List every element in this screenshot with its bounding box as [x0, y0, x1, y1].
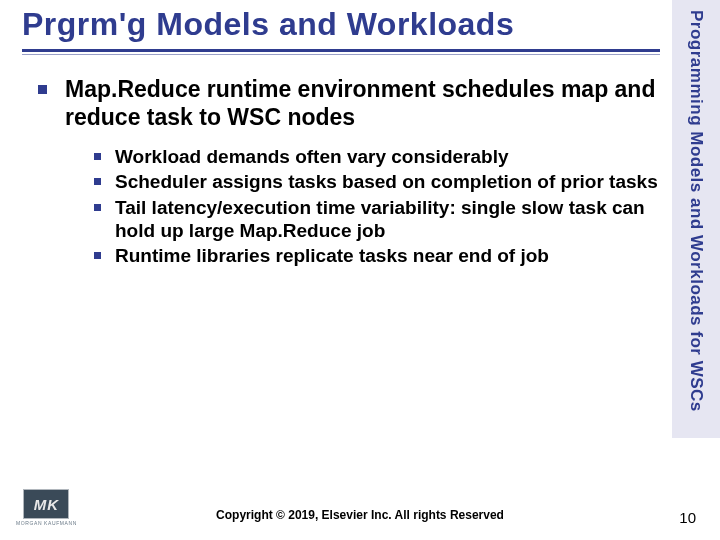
- publisher-logo: MK MORGAN KAUFMANN: [16, 489, 77, 526]
- sub-bullet-text: Workload demands often vary considerably: [115, 145, 508, 168]
- title-rule-thin: [22, 54, 660, 55]
- list-item: Scheduler assigns tasks based on complet…: [94, 170, 660, 193]
- bullet-square-icon: [94, 153, 101, 160]
- list-item: Workload demands often vary considerably: [94, 145, 660, 168]
- list-item: Tail latency/execution time variability:…: [94, 196, 660, 242]
- footer: MK MORGAN KAUFMANN 10: [0, 489, 720, 526]
- list-item: Runtime libraries replicate tasks near e…: [94, 244, 660, 267]
- page-number: 10: [679, 509, 696, 526]
- bullet-main: Map.Reduce runtime environment schedules…: [38, 76, 660, 131]
- sub-bullet-list: Workload demands often vary considerably…: [94, 145, 660, 267]
- logo-subtext: MORGAN KAUFMANN: [16, 520, 77, 526]
- slide-title: Prgrm'g Models and Workloads: [22, 6, 660, 47]
- slide: Programming Models and Workloads for WSC…: [0, 0, 720, 540]
- bullet-square-icon: [94, 204, 101, 211]
- logo-mark: MK: [23, 489, 69, 519]
- content-area: Map.Reduce runtime environment schedules…: [38, 76, 660, 269]
- bullet-main-text: Map.Reduce runtime environment schedules…: [65, 76, 660, 131]
- sub-bullet-text: Tail latency/execution time variability:…: [115, 196, 660, 242]
- title-rule-thick: [22, 49, 660, 52]
- section-sidebar-label: Programming Models and Workloads for WSC…: [672, 0, 720, 438]
- bullet-square-icon: [94, 252, 101, 259]
- bullet-square-icon: [94, 178, 101, 185]
- sub-bullet-text: Scheduler assigns tasks based on complet…: [115, 170, 658, 193]
- sub-bullet-text: Runtime libraries replicate tasks near e…: [115, 244, 549, 267]
- title-bar: Prgrm'g Models and Workloads: [22, 6, 660, 55]
- bullet-square-icon: [38, 85, 47, 94]
